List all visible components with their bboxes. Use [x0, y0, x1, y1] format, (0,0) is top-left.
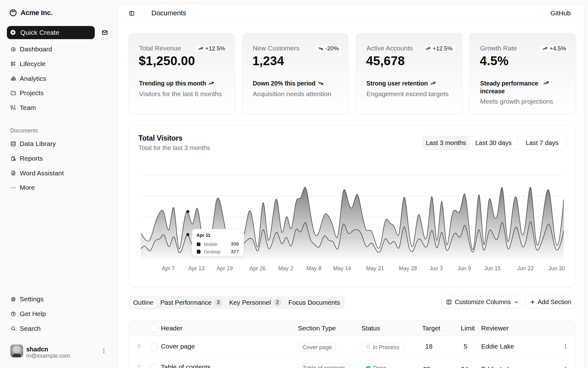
svg-text:Apr 26: Apr 26: [249, 265, 266, 272]
svg-text:Jun 30: Jun 30: [548, 265, 565, 272]
svg-text:Jun 22: Jun 22: [517, 265, 534, 272]
svg-text:Jun 9: Jun 9: [458, 265, 471, 272]
svg-text:May 28: May 28: [399, 265, 417, 272]
svg-text:May 2: May 2: [278, 265, 293, 272]
svg-text:Jun 15: Jun 15: [484, 265, 501, 272]
svg-text:Jun 3: Jun 3: [429, 265, 443, 272]
svg-text:May 21: May 21: [366, 265, 384, 272]
svg-text:May 14: May 14: [333, 265, 351, 272]
svg-text:Apr 13: Apr 13: [188, 265, 205, 272]
svg-text:May 8: May 8: [306, 265, 321, 272]
svg-text:Apr 7: Apr 7: [162, 265, 175, 272]
svg-text:Apr 19: Apr 19: [216, 265, 233, 272]
